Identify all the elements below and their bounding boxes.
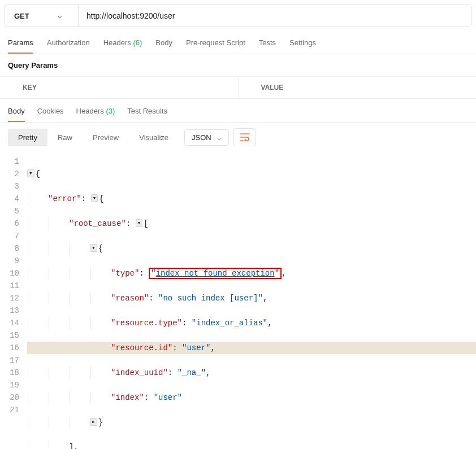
key-column: KEY: [0, 77, 238, 98]
resp-tab-cookies[interactable]: Cookies: [37, 107, 64, 122]
chevron-down-icon: ⌵: [58, 12, 62, 20]
view-pretty[interactable]: Pretty: [8, 129, 47, 146]
tab-settings[interactable]: Settings: [289, 38, 316, 54]
resp-tab-body[interactable]: Body: [8, 107, 25, 122]
url-input[interactable]: [79, 5, 471, 27]
view-row: Pretty Raw Preview Visualize JSON ⌵: [0, 123, 476, 152]
response-body: 123456789101112131415161718192021 ▾{ "er…: [0, 152, 476, 449]
tab-authorization[interactable]: Authorization: [47, 38, 90, 54]
tab-headers[interactable]: Headers (6): [103, 38, 142, 54]
resp-tab-test-results[interactable]: Test Results: [127, 107, 167, 122]
view-segment: Pretty Raw Preview Visualize: [8, 129, 179, 146]
tab-prerequest[interactable]: Pre-request Script: [186, 38, 245, 54]
request-bar: GET ⌵: [5, 5, 471, 27]
method-select[interactable]: GET ⌵: [5, 5, 79, 27]
view-raw[interactable]: Raw: [47, 129, 83, 146]
method-label: GET: [14, 12, 29, 20]
fold-icon[interactable]: ▸: [90, 418, 97, 426]
fold-icon[interactable]: ▾: [27, 169, 34, 177]
line-gutter: 123456789101112131415161718192021: [0, 155, 27, 449]
view-visualize[interactable]: Visualize: [129, 129, 179, 146]
response-tabs: Body Cookies Headers (3) Test Results: [0, 99, 476, 123]
fold-icon[interactable]: ▾: [136, 219, 143, 227]
resp-tab-headers[interactable]: Headers (3): [76, 107, 115, 122]
chevron-down-icon: ⌵: [217, 133, 222, 142]
kv-header: KEY VALUE: [0, 76, 476, 99]
wrap-icon: [240, 133, 250, 141]
code-content[interactable]: ▾{ "error": ▾{ "root_cause": ▾[ ▾{ "type…: [27, 155, 476, 449]
request-tabs: Params Authorization Headers (6) Body Pr…: [0, 32, 476, 54]
tab-params[interactable]: Params: [8, 38, 33, 54]
wrap-lines-button[interactable]: [233, 128, 256, 146]
fold-icon[interactable]: ▾: [91, 194, 98, 202]
fold-icon[interactable]: ▾: [90, 244, 97, 252]
format-label: JSON: [192, 133, 211, 142]
format-select[interactable]: JSON ⌵: [184, 129, 229, 146]
query-params-label: Query Params: [0, 54, 476, 76]
view-preview[interactable]: Preview: [83, 129, 129, 146]
tab-tests[interactable]: Tests: [259, 38, 276, 54]
value-column: VALUE: [238, 77, 477, 98]
tab-body[interactable]: Body: [155, 38, 172, 54]
